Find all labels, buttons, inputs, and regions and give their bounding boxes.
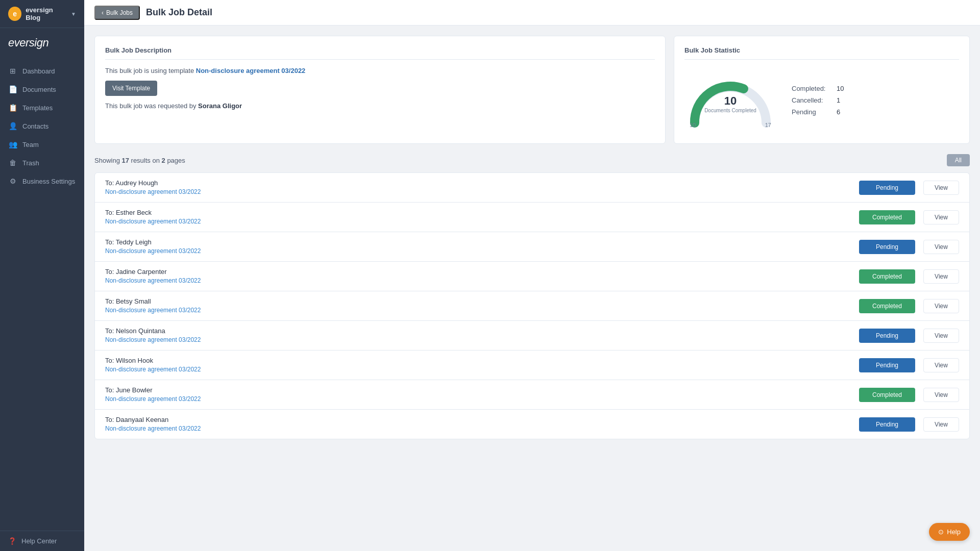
table-row: To: Betsy Small Non-disclosure agreement…: [94, 291, 970, 320]
doc-recipient: To: Daanyaal Keenan: [105, 416, 851, 423]
status-badge[interactable]: Pending: [859, 240, 915, 254]
sidebar-item-label: Business Settings: [22, 178, 75, 185]
stat-pending-row: Pending 6: [792, 108, 844, 116]
breadcrumb-back-button[interactable]: ‹ Bulk Jobs: [94, 6, 140, 20]
status-badge[interactable]: Pending: [859, 181, 915, 195]
main-content: ‹ Bulk Jobs Bulk Job Detail Bulk Job Des…: [84, 0, 980, 551]
all-filter-button[interactable]: All: [947, 154, 970, 166]
results-pages: 2: [162, 157, 165, 164]
view-button[interactable]: View: [923, 329, 959, 343]
table-row: To: Teddy Leigh Non-disclosure agreement…: [94, 232, 970, 261]
results-bar: Showing 17 results on 2 pages All: [94, 154, 970, 166]
table-row: To: Audrey Hough Non-disclosure agreemen…: [94, 172, 970, 202]
table-row: To: June Bowler Non-disclosure agreement…: [94, 380, 970, 409]
table-row: To: Jadine Carpenter Non-disclosure agre…: [94, 261, 970, 291]
doc-template-link[interactable]: Non-disclosure agreement 03/2022: [105, 277, 201, 284]
view-button[interactable]: View: [923, 358, 959, 372]
sidebar-logo-area: eversign: [0, 28, 84, 58]
gauge-min-label: 10: [690, 122, 696, 128]
cancelled-label: Cancelled:: [792, 96, 832, 104]
doc-template-link[interactable]: Non-disclosure agreement 03/2022: [105, 218, 201, 225]
results-text: Showing 17 results on 2 pages: [94, 157, 185, 164]
status-badge[interactable]: Completed: [859, 388, 915, 402]
page-title: Bulk Job Detail: [146, 7, 212, 18]
status-badge[interactable]: Pending: [859, 358, 915, 372]
doc-info: To: Wilson Hook Non-disclosure agreement…: [105, 357, 851, 373]
status-badge[interactable]: Completed: [859, 299, 915, 313]
sidebar-item-trash[interactable]: 🗑 Trash: [0, 154, 84, 172]
help-fab-button[interactable]: ⊙ Help: [929, 523, 970, 541]
view-button[interactable]: View: [923, 269, 959, 284]
visit-template-button[interactable]: Visit Template: [105, 81, 157, 96]
doc-info: To: Audrey Hough Non-disclosure agreemen…: [105, 179, 851, 196]
documents-icon: 📄: [8, 85, 17, 93]
sidebar-item-contacts[interactable]: 👤 Contacts: [0, 117, 84, 135]
gauge-chart: 10 Documents Completed 10 17: [684, 72, 776, 128]
requested-text: This bulk job was requested by: [105, 102, 198, 110]
doc-template-link[interactable]: Non-disclosure agreement 03/2022: [105, 188, 201, 195]
status-badge[interactable]: Pending: [859, 329, 915, 343]
doc-template-link[interactable]: Non-disclosure agreement 03/2022: [105, 307, 201, 314]
sidebar-item-documents[interactable]: 📄 Documents: [0, 80, 84, 98]
doc-recipient: To: Audrey Hough: [105, 179, 851, 187]
content-area: Bulk Job Description This bulk job is us…: [84, 26, 980, 551]
status-badge[interactable]: Completed: [859, 269, 915, 284]
breadcrumb-label: Bulk Jobs: [106, 9, 133, 16]
doc-recipient: To: June Bowler: [105, 386, 851, 394]
sidebar-item-team[interactable]: 👥 Team: [0, 135, 84, 154]
bulk-job-description-card: Bulk Job Description This bulk job is us…: [94, 36, 666, 144]
gauge-number: 10: [704, 94, 756, 108]
doc-template-link[interactable]: Non-disclosure agreement 03/2022: [105, 247, 201, 255]
requested-by-text: This bulk job was requested by Sorana Gl…: [105, 102, 655, 110]
doc-template-link[interactable]: Non-disclosure agreement 03/2022: [105, 336, 201, 343]
doc-template-link[interactable]: Non-disclosure agreement 03/2022: [105, 425, 201, 432]
description-card-title: Bulk Job Description: [105, 46, 655, 60]
view-button[interactable]: View: [923, 299, 959, 313]
view-button[interactable]: View: [923, 210, 959, 224]
sidebar-brand-header[interactable]: e eversign Blog ▼: [0, 0, 84, 28]
dashboard-icon: ⊞: [8, 67, 17, 75]
view-button[interactable]: View: [923, 240, 959, 254]
stat-completed-row: Completed: 10: [792, 85, 844, 92]
back-icon: ‹: [102, 9, 104, 16]
pending-label: Pending: [792, 108, 832, 116]
results-count: 17: [121, 157, 129, 164]
topbar: ‹ Bulk Jobs Bulk Job Detail: [84, 0, 980, 26]
doc-info: To: Nelson Quintana Non-disclosure agree…: [105, 327, 851, 344]
gauge-max-label: 17: [765, 122, 771, 128]
help-center-link[interactable]: ❓ Help Center: [8, 537, 76, 545]
cancelled-value: 1: [837, 96, 840, 104]
doc-recipient: To: Teddy Leigh: [105, 238, 851, 246]
sidebar-item-dashboard[interactable]: ⊞ Dashboard: [0, 62, 84, 80]
help-fab-icon: ⊙: [938, 528, 944, 536]
view-button[interactable]: View: [923, 181, 959, 195]
doc-info: To: Jadine Carpenter Non-disclosure agre…: [105, 268, 851, 285]
sidebar-item-label: Contacts: [22, 122, 48, 130]
view-button[interactable]: View: [923, 417, 959, 432]
contacts-icon: 👤: [8, 122, 17, 130]
completed-label: Completed:: [792, 85, 832, 92]
sidebar-item-label: Trash: [22, 159, 39, 167]
help-center-icon: ❓: [8, 537, 16, 545]
template-name-link[interactable]: Non-disclosure agreement 03/2022: [196, 67, 306, 74]
status-badge[interactable]: Pending: [859, 417, 915, 432]
description-intro: This bulk job is using template Non-disc…: [105, 67, 655, 74]
sidebar-item-label: Team: [22, 141, 39, 148]
status-badge[interactable]: Completed: [859, 210, 915, 224]
sidebar-item-business-settings[interactable]: ⚙ Business Settings: [0, 172, 84, 190]
pending-value: 6: [837, 108, 840, 116]
statistic-card-title: Bulk Job Statistic: [684, 46, 959, 60]
sidebar-item-templates[interactable]: 📋 Templates: [0, 98, 84, 117]
bulk-job-statistic-card: Bulk Job Statistic 10 Documents Complete…: [674, 36, 970, 144]
eversign-logo-text: eversign: [8, 36, 76, 49]
view-button[interactable]: View: [923, 388, 959, 402]
completed-value: 10: [837, 85, 844, 92]
gauge-center: 10 Documents Completed: [704, 94, 756, 113]
trash-icon: 🗑: [8, 159, 17, 167]
results-middle: results on: [129, 157, 162, 164]
intro-text: This bulk job is using template: [105, 67, 196, 74]
doc-template-link[interactable]: Non-disclosure agreement 03/2022: [105, 395, 201, 403]
stat-cancelled-row: Cancelled: 1: [792, 96, 844, 104]
gauge-label: Documents Completed: [704, 108, 756, 113]
doc-template-link[interactable]: Non-disclosure agreement 03/2022: [105, 366, 201, 373]
